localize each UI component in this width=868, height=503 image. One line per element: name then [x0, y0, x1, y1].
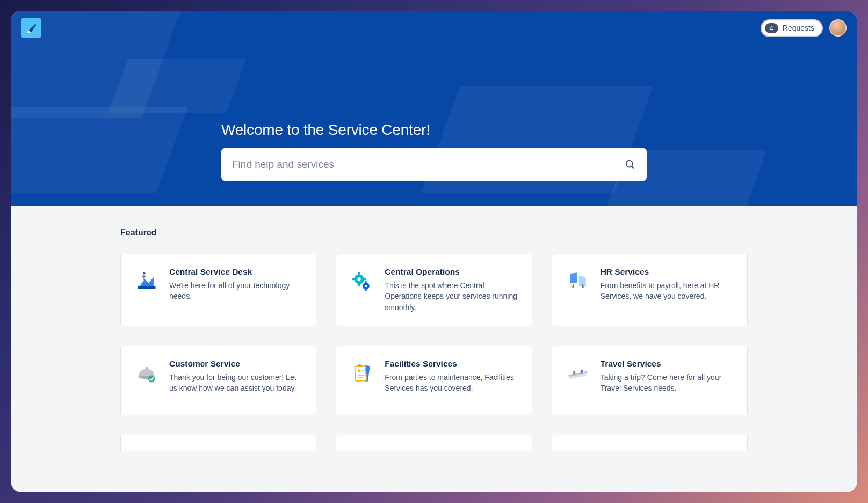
- main-content: Featured Central Service Desk We're here…: [120, 206, 748, 451]
- search-icon[interactable]: [624, 159, 636, 170]
- featured-cards-grid: Central Service Desk We're here for all …: [120, 254, 748, 415]
- svg-rect-9: [352, 278, 356, 281]
- travel-services-icon: [566, 361, 590, 385]
- svg-point-1: [626, 161, 633, 167]
- card-peek[interactable]: [552, 435, 748, 451]
- svg-rect-16: [570, 272, 577, 283]
- svg-rect-32: [573, 372, 574, 375]
- search-input[interactable]: [232, 159, 624, 170]
- svg-rect-19: [573, 284, 574, 288]
- requests-count-badge: 4: [765, 23, 778, 33]
- card-central-service-desk[interactable]: Central Service Desk We're here for all …: [120, 254, 316, 326]
- logo[interactable]: [21, 18, 41, 38]
- requests-label: Requests: [783, 24, 814, 32]
- svg-rect-8: [358, 283, 360, 286]
- user-avatar[interactable]: [829, 19, 847, 37]
- svg-rect-4: [144, 274, 145, 280]
- card-title: HR Services: [601, 267, 733, 277]
- card-title: Customer Service: [169, 359, 302, 369]
- svg-rect-30: [358, 377, 363, 378]
- app-frame: 4 Requests Welcome to the Service Center…: [11, 11, 857, 492]
- svg-rect-7: [358, 272, 360, 276]
- svg-rect-13: [365, 281, 367, 283]
- svg-point-24: [148, 375, 155, 382]
- svg-rect-28: [362, 370, 366, 371]
- card-customer-service[interactable]: Customer Service Thank you for being our…: [120, 346, 316, 415]
- facilities-services-icon: [350, 361, 374, 385]
- hero-content: Welcome to the Service Center!: [221, 121, 647, 181]
- search-container: [221, 148, 647, 181]
- svg-rect-3: [138, 286, 156, 289]
- hr-services-icon: [566, 269, 590, 293]
- central-operations-icon: [350, 269, 374, 293]
- card-desc: We're here for all of your technology ne…: [169, 280, 302, 302]
- card-central-operations[interactable]: Central Operations This is the spot wher…: [336, 254, 532, 326]
- card-hr-services[interactable]: HR Services From benefits to payroll, he…: [552, 254, 748, 326]
- svg-rect-34: [581, 371, 582, 374]
- svg-point-11: [358, 277, 361, 281]
- svg-point-27: [358, 369, 361, 372]
- svg-point-0: [33, 25, 34, 26]
- svg-point-5: [143, 272, 145, 274]
- card-peek[interactable]: [336, 435, 532, 451]
- svg-rect-14: [365, 289, 367, 291]
- card-desc: From benefits to payroll, here at HR Ser…: [601, 280, 733, 302]
- svg-point-23: [146, 367, 148, 369]
- hero-banner: 4 Requests Welcome to the Service Center…: [11, 11, 857, 206]
- topbar-right: 4 Requests: [761, 19, 847, 37]
- svg-line-2: [632, 166, 634, 168]
- svg-point-15: [365, 285, 367, 287]
- page-title: Welcome to the Service Center!: [221, 121, 647, 139]
- card-desc: Taking a trip? Come here for all your Tr…: [601, 372, 733, 394]
- svg-rect-29: [358, 375, 365, 376]
- card-peek[interactable]: [120, 435, 316, 451]
- svg-rect-21: [582, 284, 583, 288]
- topbar: 4 Requests: [21, 18, 847, 38]
- featured-cards-grid-peek: [120, 435, 748, 451]
- central-service-desk-icon: [135, 269, 158, 293]
- rocket-icon: [24, 21, 38, 35]
- card-desc: Thank you for being our customer! Let us…: [169, 372, 302, 394]
- card-title: Central Operations: [385, 267, 517, 277]
- customer-service-icon: [135, 361, 158, 385]
- featured-heading: Featured: [120, 228, 748, 238]
- svg-rect-10: [363, 278, 366, 281]
- card-title: Facilities Services: [385, 359, 517, 369]
- card-title: Central Service Desk: [169, 267, 302, 277]
- card-desc: From parties to maintenance, Facilities …: [385, 372, 517, 394]
- card-travel-services[interactable]: Travel Services Taking a trip? Come here…: [552, 346, 748, 415]
- requests-button[interactable]: 4 Requests: [761, 19, 823, 37]
- card-desc: This is the spot where Central Operation…: [385, 280, 517, 313]
- card-title: Travel Services: [601, 359, 733, 369]
- card-facilities-services[interactable]: Facilities Services From parties to main…: [336, 346, 532, 415]
- svg-rect-26: [355, 365, 367, 381]
